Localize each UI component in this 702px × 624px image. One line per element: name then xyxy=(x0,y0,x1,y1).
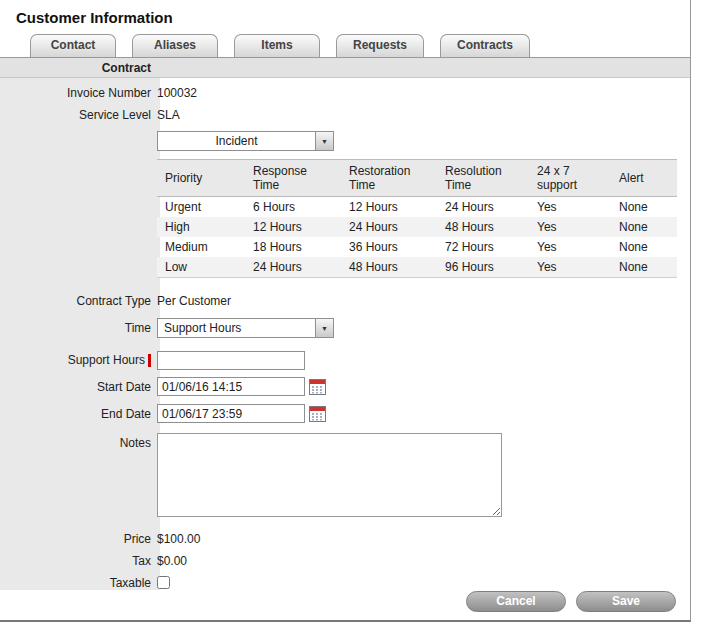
section-header: Contract xyxy=(0,58,690,78)
sla-table-header-row: Priority Response Time Restoration Time … xyxy=(157,160,677,197)
start-date-label: Start Date xyxy=(0,380,157,394)
contract-form: Contract Invoice Number 100032 Service L… xyxy=(0,57,690,590)
tab-contact[interactable]: Contact xyxy=(30,34,116,57)
col-support: 24 x 7 support xyxy=(529,160,611,197)
end-date-label: End Date xyxy=(0,407,157,421)
service-level-row: Service Level SLA xyxy=(0,104,690,126)
end-date-row: End Date xyxy=(0,400,690,427)
invoice-number-row: Invoice Number 100032 xyxy=(0,82,690,104)
customer-information-page: Customer Information Contact Aliases Ite… xyxy=(0,0,691,622)
taxable-row: Taxable xyxy=(0,572,690,590)
tab-items[interactable]: Items xyxy=(234,34,320,57)
sla-table: Priority Response Time Restoration Time … xyxy=(157,159,677,278)
tax-row: Tax $0.00 xyxy=(0,550,690,572)
tax-label: Tax xyxy=(0,554,157,568)
section-title: Contract xyxy=(0,61,157,75)
support-hours-label: Support Hours xyxy=(0,353,157,367)
end-date-input[interactable] xyxy=(157,404,305,423)
support-hours-row: Support Hours xyxy=(0,347,690,373)
time-row: Time Support Hours ▼ xyxy=(0,316,690,340)
chevron-down-icon[interactable]: ▼ xyxy=(315,132,333,150)
page-title: Customer Information xyxy=(0,0,690,33)
notes-textarea[interactable] xyxy=(157,433,502,517)
taxable-checkbox[interactable] xyxy=(157,576,170,589)
price-row: Price $100.00 xyxy=(0,528,690,550)
invoice-number-label: Invoice Number xyxy=(0,86,157,100)
process-select-row: Incident ▼ xyxy=(0,129,690,153)
tab-contracts[interactable]: Contracts xyxy=(440,34,530,57)
required-indicator xyxy=(148,354,151,367)
invoice-number-value: 100032 xyxy=(157,86,197,100)
time-label: Time xyxy=(0,321,157,335)
tax-value: $0.00 xyxy=(157,554,187,568)
tab-aliases[interactable]: Aliases xyxy=(132,34,218,57)
col-resolve: Resolution Time xyxy=(437,160,529,197)
notes-row: Notes xyxy=(0,433,690,517)
save-button[interactable]: Save xyxy=(576,591,676,612)
price-label: Price xyxy=(0,532,157,546)
col-priority: Priority xyxy=(157,160,245,197)
table-row: Medium 18 Hours 36 Hours 72 Hours Yes No… xyxy=(157,237,677,257)
calendar-icon[interactable] xyxy=(309,406,326,422)
notes-label: Notes xyxy=(0,433,157,450)
service-level-label: Service Level xyxy=(0,108,157,122)
table-row: Urgent 6 Hours 12 Hours 24 Hours Yes Non… xyxy=(157,197,677,218)
col-response: Response Time xyxy=(245,160,341,197)
sla-process-select-value: Incident xyxy=(158,134,315,148)
service-level-value: SLA xyxy=(157,108,180,122)
taxable-label: Taxable xyxy=(0,576,157,590)
contract-type-row: Contract Type Per Customer xyxy=(0,290,690,312)
tab-bar: Contact Aliases Items Requests Contracts xyxy=(0,33,690,57)
sla-process-select[interactable]: Incident ▼ xyxy=(157,131,334,151)
price-value: $100.00 xyxy=(157,532,200,546)
table-row: High 12 Hours 24 Hours 48 Hours Yes None xyxy=(157,217,677,237)
time-select[interactable]: Support Hours ▼ xyxy=(157,318,334,338)
cancel-button[interactable]: Cancel xyxy=(466,591,566,612)
col-restore: Restoration Time xyxy=(341,160,437,197)
col-alert: Alert xyxy=(611,160,677,197)
start-date-row: Start Date xyxy=(0,373,690,400)
action-bar: Cancel Save xyxy=(466,591,676,612)
support-hours-input[interactable] xyxy=(157,351,305,370)
tab-requests[interactable]: Requests xyxy=(336,34,424,57)
time-select-value: Support Hours xyxy=(158,321,315,335)
table-row: Low 24 Hours 48 Hours 96 Hours Yes None xyxy=(157,257,677,278)
contract-type-value: Per Customer xyxy=(157,294,231,308)
sla-table-row: Priority Response Time Restoration Time … xyxy=(0,153,690,290)
calendar-icon[interactable] xyxy=(309,379,326,395)
contract-type-label: Contract Type xyxy=(0,294,157,308)
chevron-down-icon[interactable]: ▼ xyxy=(315,319,333,337)
start-date-input[interactable] xyxy=(157,377,305,396)
